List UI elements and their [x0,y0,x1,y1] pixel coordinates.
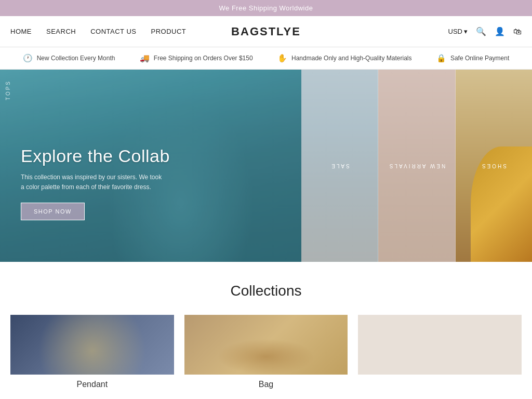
collection-pendant[interactable]: Pendant [10,315,174,389]
info-item-collection: 🕐 New Collection Every Month [23,54,115,63]
hero-panel-sale[interactable]: SALE [301,70,378,262]
header: HOME SEARCH CONTACT US PRODUCT BAGSTLYE … [0,16,532,47]
sale-panel-bg [301,127,378,262]
collection-bag[interactable]: Bag [184,315,348,389]
hero-main-panel: TOPS Explore the Collab This collection … [0,70,301,262]
tops-label: TOPS [5,80,11,100]
search-icon[interactable]: 🔍 [476,26,486,36]
shoes-label: SHOES [481,163,507,169]
sale-label: SALE [330,163,350,169]
hero-title: Explore the Collab [21,146,170,166]
main-nav: HOME SEARCH CONTACT US PRODUCT [10,28,186,35]
pendant-label: Pendant [77,380,108,389]
arrivals-panel-bg [378,127,455,262]
nav-search[interactable]: SEARCH [46,28,76,35]
lock-icon: 🔒 [436,54,446,63]
account-icon[interactable]: 👤 [495,26,505,36]
arrivals-label: NEW ARRIVALS [388,163,445,169]
info-bar: 🕐 New Collection Every Month 🚚 Free Ship… [0,47,532,70]
info-item-shipping: 🚚 Free Shipping on Orders Over $150 [140,54,253,63]
info-text-collection: New Collection Every Month [37,55,115,62]
collections-grid: Pendant Bag [10,315,522,389]
hand-icon: ✋ [277,54,287,63]
cart-icon[interactable]: 🛍 [513,27,522,36]
bag-image [184,315,348,375]
header-actions: USD ▾ 🔍 👤 🛍 [448,26,522,36]
clock-icon: 🕐 [23,54,33,63]
info-text-shipping: Free Shipping on Orders Over $150 [154,55,253,62]
nav-contact[interactable]: CONTACT US [90,28,136,35]
hero-side-panels: SALE NEW ARRIVALS SHOES [301,70,532,262]
bag-label: Bag [259,380,273,389]
collections-title: Collections [10,283,522,299]
nav-product[interactable]: PRODUCT [151,28,187,35]
third-image [358,315,522,375]
truck-icon: 🚚 [140,54,150,63]
hero-panel-arrivals[interactable]: NEW ARRIVALS [378,70,455,262]
hero-panel-shoes[interactable]: SHOES [456,70,532,262]
site-logo[interactable]: BAGSTLYE [231,25,301,38]
currency-selector[interactable]: USD ▾ [448,28,468,35]
currency-arrow-icon: ▾ [464,28,468,35]
collections-section: Collections Pendant Bag [0,262,532,399]
info-item-payment: 🔒 Safe Online Payment [436,54,509,63]
announcement-text: We Free Shipping Worldwide [219,4,313,12]
hero-description: This collection was inspired by our sist… [21,172,166,192]
hero-content: Explore the Collab This collection was i… [21,146,170,220]
info-text-handmade: Handmade Only and High-Quality Materials [291,55,411,62]
shop-now-button[interactable]: SHOP NOW [21,203,85,220]
currency-label: USD [448,28,462,35]
hero-section: TOPS Explore the Collab This collection … [0,70,532,262]
pendant-image [10,315,174,375]
info-item-handmade: ✋ Handmade Only and High-Quality Materia… [277,54,411,63]
announcement-bar: We Free Shipping Worldwide [0,0,532,16]
info-text-payment: Safe Online Payment [450,55,509,62]
nav-home[interactable]: HOME [10,28,32,35]
collection-third[interactable] [358,315,522,389]
